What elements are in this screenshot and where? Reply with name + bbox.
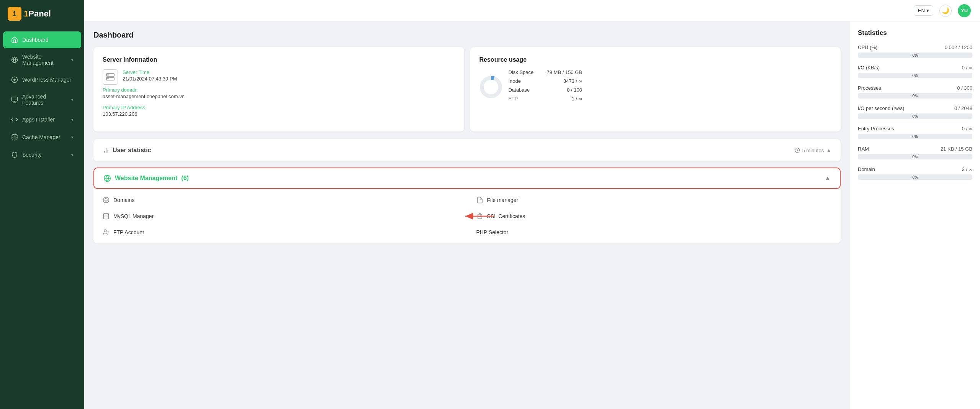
topbar: EN ▾ 🌙 YU (84, 0, 980, 21)
wm-item-ssl[interactable]: SSL Certificates (467, 208, 841, 224)
wm-item-file-manager-label: File manager (487, 197, 519, 203)
wm-chevron-up-icon[interactable]: ▲ (825, 175, 831, 182)
stat-interval-label: 5 minutes (802, 148, 824, 153)
stat-item-name: CPU (%) (858, 44, 877, 50)
globe-icon (11, 56, 18, 64)
theme-toggle-button[interactable]: 🌙 (939, 5, 952, 17)
wm-item-file-manager[interactable]: File manager (467, 192, 841, 208)
wm-item-php-label: PHP Selector (476, 229, 509, 235)
server-info-card: Server Information Server Time (93, 47, 464, 131)
content: Dashboard Server Information (84, 21, 980, 409)
stat-bar-label: 0% (858, 154, 972, 159)
db-icon (103, 213, 110, 220)
stat-item: I/O per second (rw/s) 0 / 2048 0% (858, 105, 972, 119)
sidebar-item-security[interactable]: Security ▾ (3, 146, 81, 163)
sidebar-item-security-label: Security (22, 152, 67, 158)
sidebar: 1 1Panel Dashboard Website Management ▾ … (0, 0, 84, 409)
stat-bar-bg: 0% (858, 154, 972, 159)
stat-item-header: RAM 21 KB / 15 GB (858, 146, 972, 152)
stat-item-value: 0 / ∞ (962, 126, 972, 131)
wm-item-domains-label: Domains (113, 197, 134, 203)
wm-item-ftp-label: FTP Account (113, 229, 144, 235)
stat-item-header: I/O (KB/s) 0 / ∞ (858, 65, 972, 71)
stat-item-value: 0.002 / 1200 (945, 44, 972, 50)
resource-name-db: Database (509, 87, 547, 93)
server-info-icon-row: Server Time 21/01/2024 07:43:39 PM (103, 69, 455, 85)
sidebar-item-advanced-features[interactable]: Advanced Features ▾ (3, 89, 81, 110)
stat-bar-label: 0% (858, 174, 972, 180)
disk-pie-chart (479, 76, 502, 99)
sidebar-item-dashboard[interactable]: Dashboard (3, 31, 81, 48)
server-info-title: Server Information (103, 56, 455, 63)
user-plus-icon (103, 229, 110, 236)
stat-item-name: RAM (858, 146, 869, 152)
resource-row-db: Database 0 / 100 (509, 87, 582, 93)
stat-item-name: I/O per second (rw/s) (858, 105, 904, 111)
wm-item-domains[interactable]: Domains (93, 192, 467, 208)
resource-value-disk: 79 MB / 150 GB (547, 69, 582, 75)
stat-item-header: Entry Processes 0 / ∞ (858, 126, 972, 131)
svg-rect-23 (479, 214, 481, 215)
stat-item-value: 21 KB / 15 GB (941, 146, 972, 152)
server-time-label: Server Time (123, 69, 177, 75)
page-title: Dashboard (93, 31, 841, 39)
moon-icon: 🌙 (942, 7, 949, 14)
sidebar-item-apps-installer[interactable]: Apps Installer ▾ (3, 111, 81, 128)
domains-icon (103, 197, 110, 204)
chevron-down-icon-4: ▾ (71, 135, 74, 140)
user-initials: YU (961, 8, 968, 13)
stat-bar-label: 0% (858, 53, 972, 58)
wm-title-text: Website Management (115, 175, 177, 182)
stat-bar-label: 0% (858, 134, 972, 139)
resource-rows: Disk Space 79 MB / 150 GB Inode 3473 / ∞… (509, 69, 582, 105)
logo: 1 1Panel (0, 0, 84, 28)
sidebar-item-website-management[interactable]: Website Management ▾ (3, 49, 81, 71)
svg-point-24 (104, 230, 106, 232)
sidebar-item-website-management-label: Website Management (22, 54, 67, 66)
stat-item-value: 0 / 2048 (954, 105, 972, 111)
website-management-items: Domains File manager MySQL Manager (93, 189, 841, 243)
stat-bar-bg: 0% (858, 113, 972, 119)
user-statistic-label: User statistic (113, 147, 151, 154)
sidebar-item-cache-manager[interactable]: Cache Manager ▾ (3, 129, 81, 146)
clipboard-check-icon (476, 213, 483, 220)
stat-item: I/O (KB/s) 0 / ∞ 0% (858, 65, 972, 78)
user-avatar[interactable]: YU (958, 4, 971, 17)
svg-point-11 (482, 78, 500, 96)
wm-item-php[interactable]: PHP Selector (467, 224, 841, 240)
logo-icon: 1 (8, 7, 21, 21)
stat-item-name: Processes (858, 85, 881, 91)
stat-item: CPU (%) 0.002 / 1200 0% (858, 44, 972, 58)
primary-ip-block: Primary IP Address 103.57.220.206 (103, 105, 455, 117)
chevron-up-icon: ▲ (826, 147, 831, 153)
sidebar-item-wordpress-manager[interactable]: WordPress Manager (3, 71, 81, 88)
logo-text: 1Panel (24, 9, 51, 19)
statistics-title: Statistics (858, 29, 972, 37)
stat-item-name: Domain (858, 166, 875, 172)
sidebar-item-dashboard-label: Dashboard (22, 37, 74, 43)
primary-domain-label: Primary domain (103, 87, 455, 93)
stat-bar-bg: 0% (858, 93, 972, 99)
clock-icon (795, 148, 800, 153)
stat-bar-label: 0% (858, 113, 972, 119)
stat-item-value: 2 / ∞ (962, 166, 972, 172)
stat-bar-bg: 0% (858, 53, 972, 58)
resource-usage-card: Resource usage Disk Space 79 MB / 150 GB (470, 47, 841, 131)
wm-item-ftp[interactable]: FTP Account (93, 224, 467, 240)
chevron-down-icon-3: ▾ (71, 117, 74, 122)
stat-bar-label: 0% (858, 93, 972, 99)
bar-chart-icon (103, 147, 110, 154)
stat-item: Processes 0 / 300 0% (858, 85, 972, 99)
primary-domain-block: Primary domain asset-management.onepanel… (103, 87, 455, 99)
stat-item: RAM 21 KB / 15 GB 0% (858, 146, 972, 159)
wm-item-mysql[interactable]: MySQL Manager (93, 208, 467, 224)
chevron-down-icon: ▾ (71, 57, 74, 62)
language-selector[interactable]: EN ▾ (914, 5, 933, 16)
resource-value-db: 0 / 100 (567, 87, 582, 93)
chevron-down-icon-2: ▾ (71, 97, 74, 102)
wm-count: (6) (181, 175, 189, 182)
stat-section-title: User statistic (103, 147, 151, 154)
stat-bar-bg: 0% (858, 73, 972, 78)
primary-ip-value: 103.57.220.206 (103, 111, 455, 117)
lang-chevron-icon: ▾ (926, 8, 929, 13)
